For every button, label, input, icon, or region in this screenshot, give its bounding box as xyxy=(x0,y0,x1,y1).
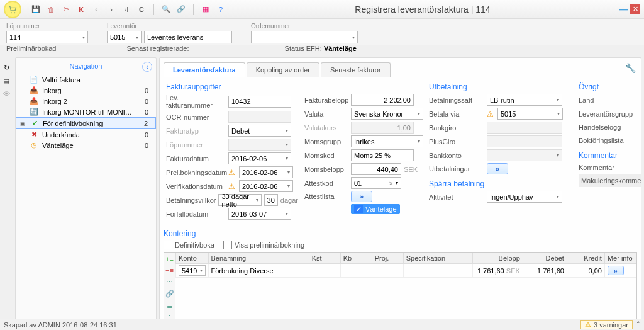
betalningssatt-select[interactable]: LB-rutin xyxy=(487,94,562,106)
bankgiro-input xyxy=(487,122,562,134)
nav-item-definitiv[interactable]: ▣✔För definitivbokning2 xyxy=(16,117,156,129)
expand-icon[interactable]: ˄ xyxy=(636,321,640,329)
refresh-icon[interactable]: C xyxy=(136,4,147,15)
fakturatyp-select[interactable]: Debet xyxy=(228,125,291,137)
left-filter-icon[interactable]: ▤ xyxy=(3,77,9,85)
forfallo-input[interactable]: 2016-03-07 xyxy=(228,208,291,220)
visa-prelim-checkbox[interactable]: Visa preliminärbokning xyxy=(223,241,304,249)
betvillkor-select[interactable]: 30 dagar netto xyxy=(218,194,261,206)
tab-leverantorsfaktura[interactable]: Leverantörsfaktura xyxy=(164,62,245,77)
grid-dash-icon[interactable]: ⋯ xyxy=(166,278,173,286)
betalavia-select[interactable]: 5015 xyxy=(497,108,563,120)
ordernummer-label: Ordernummer xyxy=(251,23,358,30)
tab-senaste[interactable]: Senaste fakturor xyxy=(321,62,391,77)
leverantor-name-input[interactable]: Leventes leverans xyxy=(144,31,232,43)
nav-item-vantelage[interactable]: ◷Vänteläge0 xyxy=(16,140,156,151)
momsbelopp-input[interactable]: 440,40 xyxy=(351,163,401,175)
inbox-icon: 📥 xyxy=(30,86,38,94)
ordernummer-input[interactable] xyxy=(251,31,358,43)
valutakurs-input: 1,00 xyxy=(351,122,414,134)
close-icon[interactable]: ✕ xyxy=(630,4,640,14)
nav-item-monitor[interactable]: 🔄Inkorg MONITOR-till-MONI…0 xyxy=(16,106,156,117)
search-icon[interactable]: 🔍 xyxy=(160,4,172,15)
last-icon[interactable]: ›I xyxy=(121,4,132,15)
lopnummer-input[interactable]: 114 xyxy=(6,31,88,43)
ovrigt-title: Övrigt xyxy=(579,82,641,91)
cut-icon[interactable]: ✂ xyxy=(60,4,72,15)
verif-input[interactable]: 2016-02-06 xyxy=(239,180,293,192)
vantelage-checkbox[interactable]: ✓Vänteläge xyxy=(351,204,400,214)
definitivboka-checkbox[interactable]: Definitivboka xyxy=(164,241,214,249)
tree-expand-icon[interactable]: ▣ xyxy=(20,120,26,127)
minimize-icon[interactable]: — xyxy=(619,4,628,14)
mer-info-button[interactable]: » xyxy=(608,266,624,275)
fakturabelopp-input[interactable]: 2 202,00 xyxy=(351,94,414,106)
grid-link-icon[interactable]: 🔗 xyxy=(165,290,174,298)
warning-icon: ⚠ xyxy=(585,321,591,329)
aktivitet-select[interactable]: Ingen/Upphäv xyxy=(487,191,562,203)
sparra-title: Spärra betalning xyxy=(429,179,574,188)
nav-item-underkanda[interactable]: ✖Underkända0 xyxy=(16,129,156,140)
attestkod-input[interactable]: 01×▾ xyxy=(351,177,401,189)
senast-label: Senast registrerade: xyxy=(126,45,189,52)
inbox-icon: 📥 xyxy=(30,97,38,105)
nav-item-inkorg2[interactable]: 📥Inkorg 20 xyxy=(16,96,156,106)
nav-item-inkorg[interactable]: 📥Inkorg0 xyxy=(16,85,156,96)
delete-icon[interactable]: 🗑 xyxy=(45,4,57,15)
fakturauppgifter-title: Fakturauppgifter xyxy=(166,82,424,91)
created-by-label: Skapad av ADMIN 2016-08-24 16:31 xyxy=(4,321,117,329)
left-refresh-icon[interactable]: ↻ xyxy=(4,64,9,72)
tabs: Leverantörsfaktura Koppling av order Sen… xyxy=(164,62,637,77)
grid-bars-icon[interactable]: ≣ xyxy=(167,302,172,310)
reject-icon: ✖ xyxy=(30,130,38,139)
tab-koppling[interactable]: Koppling av order xyxy=(247,62,319,77)
momskod-input[interactable]: Moms 25 % xyxy=(351,149,414,161)
lopnummer-label: Löpnummer xyxy=(6,23,88,30)
window-title: Registrera leverantörsfaktura | 114 xyxy=(226,4,619,14)
svg-point-1 xyxy=(14,12,15,13)
wrench-icon[interactable]: 🔧 xyxy=(625,63,636,73)
collapse-icon[interactable]: ‹ xyxy=(142,62,152,72)
betdagar-input[interactable]: 30 xyxy=(264,194,278,206)
prelbok-input[interactable]: 2016-02-06 xyxy=(239,166,293,178)
prelim-label: Preliminärbokad xyxy=(6,45,56,52)
clear-icon[interactable]: × xyxy=(389,179,393,187)
kontering-grid: +≡ −≡ ⋯ 🔗 ≣ ⋮ Konto Benämning Kst Kb xyxy=(164,252,637,321)
konto-cell[interactable]: 5419 xyxy=(179,265,206,276)
title-bar: 💾 🗑 ✂ K ‹ › ›I C 🔍 🔗 ▦ ? Registrera leve… xyxy=(0,0,644,19)
next-icon[interactable]: › xyxy=(106,4,117,15)
valuta-select[interactable]: Svenska Kronor xyxy=(351,108,423,120)
prev-icon[interactable]: ‹ xyxy=(91,4,102,15)
nav-item-valfri[interactable]: 📄Valfri faktura xyxy=(16,74,156,85)
attestlista-button[interactable]: » xyxy=(351,191,372,202)
grid-add-icon[interactable]: +≡ xyxy=(165,255,174,263)
left-eye-icon[interactable]: 👁 xyxy=(3,90,10,98)
window-controls: — ✕ xyxy=(619,4,640,14)
momsgrupp-select[interactable]: Inrikes xyxy=(351,135,423,147)
help-icon[interactable]: ? xyxy=(215,4,226,15)
check-icon: ✔ xyxy=(30,119,39,127)
leverantor-code-input[interactable]: 5015 xyxy=(107,31,142,43)
leverantor-label: Leverantör xyxy=(107,23,232,30)
warn-icon: ⚠ xyxy=(487,110,494,118)
grid-del-icon[interactable]: −≡ xyxy=(165,266,174,274)
ocr-input xyxy=(228,111,291,123)
warnings-badge[interactable]: ⚠3 varningar xyxy=(580,320,633,329)
kommentar-title: Kommentar xyxy=(579,151,641,160)
status-bar: Skapad av ADMIN 2016-08-24 16:31 ⚠3 varn… xyxy=(0,319,644,330)
table-row[interactable]: 5419 Förbrukning Diverse 1 761,60 SEK 1 … xyxy=(176,264,636,278)
utbetalningar-button[interactable]: » xyxy=(487,163,508,174)
fakturadatum-input[interactable]: 2016-02-06 xyxy=(228,152,291,164)
apps-icon[interactable]: ▦ xyxy=(200,4,211,15)
kontering-title: Kontering xyxy=(164,229,637,238)
header-fields: Löpnummer 114 Leverantör 5015 Leventes l… xyxy=(0,19,644,45)
lev-fakturanummer-input[interactable]: 10432 xyxy=(228,96,291,108)
content-panel: 🔧 Leverantörsfaktura Koppling av order S… xyxy=(159,57,641,321)
utbetalning-title: Utbetalning xyxy=(429,82,574,91)
toolbar-icons: 💾 🗑 ✂ K ‹ › ›I C 🔍 🔗 ▦ ? xyxy=(30,4,226,15)
first-icon[interactable]: K xyxy=(75,4,87,15)
wait-icon: ◷ xyxy=(30,141,38,149)
save-icon[interactable]: 💾 xyxy=(30,4,42,15)
brand-icon xyxy=(4,1,21,18)
link-icon[interactable]: 🔗 xyxy=(175,4,187,15)
